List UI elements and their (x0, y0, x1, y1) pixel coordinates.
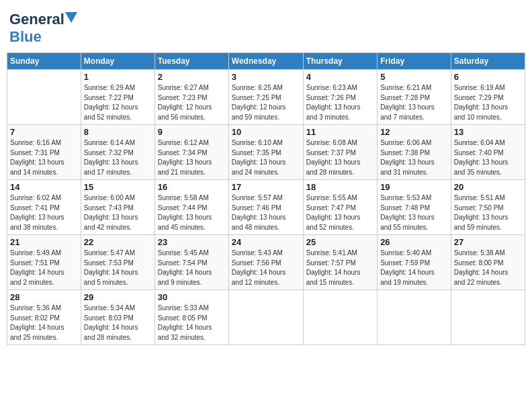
calendar-header-row: SundayMondayTuesdayWednesdayThursdayFrid… (7, 53, 525, 70)
day-detail: Sunrise: 6:14 AM Sunset: 7:32 PM Dayligh… (84, 138, 152, 177)
day-number: 3 (232, 72, 300, 82)
calendar-cell: 24Sunrise: 5:43 AM Sunset: 7:56 PM Dayli… (228, 235, 303, 290)
day-detail: Sunrise: 6:19 AM Sunset: 7:29 PM Dayligh… (454, 83, 522, 122)
weekday-header-wednesday: Wednesday (228, 53, 303, 70)
calendar-body: 1Sunrise: 6:29 AM Sunset: 7:22 PM Daylig… (7, 70, 525, 345)
day-number: 5 (380, 72, 448, 82)
logo-text-blue: Blue (9, 28, 42, 45)
calendar-cell: 2Sunrise: 6:27 AM Sunset: 7:23 PM Daylig… (154, 70, 228, 125)
calendar-week-5: 28Sunrise: 5:36 AM Sunset: 8:02 PM Dayli… (7, 290, 525, 345)
day-detail: Sunrise: 6:10 AM Sunset: 7:35 PM Dayligh… (232, 138, 300, 177)
day-number: 12 (380, 127, 448, 137)
day-number: 10 (232, 127, 300, 137)
day-number: 15 (84, 182, 152, 192)
calendar-cell: 1Sunrise: 6:29 AM Sunset: 7:22 PM Daylig… (81, 70, 154, 125)
weekday-header-friday: Friday (378, 53, 451, 70)
day-number: 22 (84, 237, 152, 247)
calendar-cell: 29Sunrise: 5:34 AM Sunset: 8:03 PM Dayli… (81, 290, 154, 345)
weekday-header-tuesday: Tuesday (154, 53, 228, 70)
day-number: 17 (232, 182, 300, 192)
calendar-cell: 27Sunrise: 5:38 AM Sunset: 8:00 PM Dayli… (451, 235, 525, 290)
calendar-cell: 14Sunrise: 6:02 AM Sunset: 7:41 PM Dayli… (7, 180, 81, 235)
day-number: 8 (84, 127, 152, 137)
calendar-week-1: 1Sunrise: 6:29 AM Sunset: 7:22 PM Daylig… (7, 70, 525, 125)
calendar-week-3: 14Sunrise: 6:02 AM Sunset: 7:41 PM Dayli… (7, 180, 525, 235)
day-detail: Sunrise: 6:21 AM Sunset: 7:28 PM Dayligh… (380, 83, 448, 122)
day-number: 1 (84, 72, 152, 82)
calendar-cell: 9Sunrise: 6:12 AM Sunset: 7:34 PM Daylig… (154, 125, 228, 180)
day-number: 18 (306, 182, 374, 192)
day-number: 23 (158, 237, 226, 247)
day-detail: Sunrise: 5:58 AM Sunset: 7:44 PM Dayligh… (158, 193, 226, 232)
calendar-cell: 23Sunrise: 5:45 AM Sunset: 7:54 PM Dayli… (154, 235, 228, 290)
day-number: 16 (158, 182, 226, 192)
calendar-table: SundayMondayTuesdayWednesdayThursdayFrid… (7, 52, 525, 345)
weekday-header-sunday: Sunday (7, 53, 81, 70)
day-detail: Sunrise: 5:53 AM Sunset: 7:48 PM Dayligh… (380, 193, 448, 232)
day-detail: Sunrise: 5:49 AM Sunset: 7:51 PM Dayligh… (10, 248, 78, 287)
calendar-cell (303, 290, 377, 345)
day-number: 29 (84, 292, 152, 302)
day-detail: Sunrise: 5:36 AM Sunset: 8:02 PM Dayligh… (10, 304, 78, 342)
day-number: 14 (10, 182, 78, 192)
day-detail: Sunrise: 5:34 AM Sunset: 8:03 PM Dayligh… (84, 304, 152, 342)
day-detail: Sunrise: 5:57 AM Sunset: 7:46 PM Dayligh… (232, 193, 300, 232)
calendar-cell: 6Sunrise: 6:19 AM Sunset: 7:29 PM Daylig… (451, 70, 525, 125)
day-number: 19 (380, 182, 448, 192)
day-detail: Sunrise: 5:51 AM Sunset: 7:50 PM Dayligh… (454, 193, 522, 232)
calendar-cell: 28Sunrise: 5:36 AM Sunset: 8:02 PM Dayli… (7, 290, 81, 345)
calendar-cell: 12Sunrise: 6:06 AM Sunset: 7:38 PM Dayli… (378, 125, 451, 180)
day-detail: Sunrise: 6:27 AM Sunset: 7:23 PM Dayligh… (158, 83, 226, 122)
calendar-cell: 26Sunrise: 5:40 AM Sunset: 7:59 PM Dayli… (378, 235, 451, 290)
day-detail: Sunrise: 6:02 AM Sunset: 7:41 PM Dayligh… (10, 193, 78, 232)
weekday-header-thursday: Thursday (303, 53, 377, 70)
calendar-cell: 15Sunrise: 6:00 AM Sunset: 7:43 PM Dayli… (81, 180, 154, 235)
calendar-cell: 13Sunrise: 6:04 AM Sunset: 7:40 PM Dayli… (451, 125, 525, 180)
calendar-cell: 21Sunrise: 5:49 AM Sunset: 7:51 PM Dayli… (7, 235, 81, 290)
logo-text-general: General (9, 11, 64, 28)
calendar-cell: 18Sunrise: 5:55 AM Sunset: 7:47 PM Dayli… (303, 180, 377, 235)
day-number: 28 (10, 292, 78, 302)
day-detail: Sunrise: 5:38 AM Sunset: 8:00 PM Dayligh… (454, 248, 522, 287)
calendar-cell: 16Sunrise: 5:58 AM Sunset: 7:44 PM Dayli… (154, 180, 228, 235)
day-number: 2 (158, 72, 226, 82)
day-number: 4 (306, 72, 374, 82)
calendar-cell: 19Sunrise: 5:53 AM Sunset: 7:48 PM Dayli… (378, 180, 451, 235)
day-detail: Sunrise: 6:00 AM Sunset: 7:43 PM Dayligh… (84, 193, 152, 232)
svg-marker-0 (65, 12, 77, 23)
calendar-cell: 11Sunrise: 6:08 AM Sunset: 7:37 PM Dayli… (303, 125, 377, 180)
calendar-cell: 7Sunrise: 6:16 AM Sunset: 7:31 PM Daylig… (7, 125, 81, 180)
calendar-cell: 10Sunrise: 6:10 AM Sunset: 7:35 PM Dayli… (228, 125, 303, 180)
day-detail: Sunrise: 6:29 AM Sunset: 7:22 PM Dayligh… (84, 83, 152, 122)
day-detail: Sunrise: 5:45 AM Sunset: 7:54 PM Dayligh… (158, 248, 226, 287)
day-number: 11 (306, 127, 374, 137)
day-number: 20 (454, 182, 522, 192)
day-detail: Sunrise: 5:47 AM Sunset: 7:53 PM Dayligh… (84, 248, 152, 287)
day-number: 27 (454, 237, 522, 247)
calendar-cell (7, 70, 81, 125)
logo-arrow-icon (65, 12, 77, 24)
day-number: 21 (10, 237, 78, 247)
calendar-cell: 30Sunrise: 5:33 AM Sunset: 8:05 PM Dayli… (154, 290, 228, 345)
calendar-cell (451, 290, 525, 345)
day-detail: Sunrise: 5:41 AM Sunset: 7:57 PM Dayligh… (306, 248, 374, 287)
calendar-cell: 20Sunrise: 5:51 AM Sunset: 7:50 PM Dayli… (451, 180, 525, 235)
day-number: 6 (454, 72, 522, 82)
calendar-cell: 22Sunrise: 5:47 AM Sunset: 7:53 PM Dayli… (81, 235, 154, 290)
calendar-cell: 4Sunrise: 6:23 AM Sunset: 7:26 PM Daylig… (303, 70, 377, 125)
page-header: General Blue (7, 7, 525, 50)
calendar-cell (228, 290, 303, 345)
calendar-week-4: 21Sunrise: 5:49 AM Sunset: 7:51 PM Dayli… (7, 235, 525, 290)
day-detail: Sunrise: 5:40 AM Sunset: 7:59 PM Dayligh… (380, 248, 448, 287)
weekday-header-saturday: Saturday (451, 53, 525, 70)
day-detail: Sunrise: 6:23 AM Sunset: 7:26 PM Dayligh… (306, 83, 374, 122)
day-number: 30 (158, 292, 226, 302)
logo: General Blue (9, 11, 77, 46)
day-number: 24 (232, 237, 300, 247)
day-detail: Sunrise: 6:25 AM Sunset: 7:25 PM Dayligh… (232, 83, 300, 122)
day-number: 26 (380, 237, 448, 247)
day-number: 13 (454, 127, 522, 137)
day-detail: Sunrise: 6:08 AM Sunset: 7:37 PM Dayligh… (306, 138, 374, 177)
day-detail: Sunrise: 6:12 AM Sunset: 7:34 PM Dayligh… (158, 138, 226, 177)
calendar-cell: 8Sunrise: 6:14 AM Sunset: 7:32 PM Daylig… (81, 125, 154, 180)
